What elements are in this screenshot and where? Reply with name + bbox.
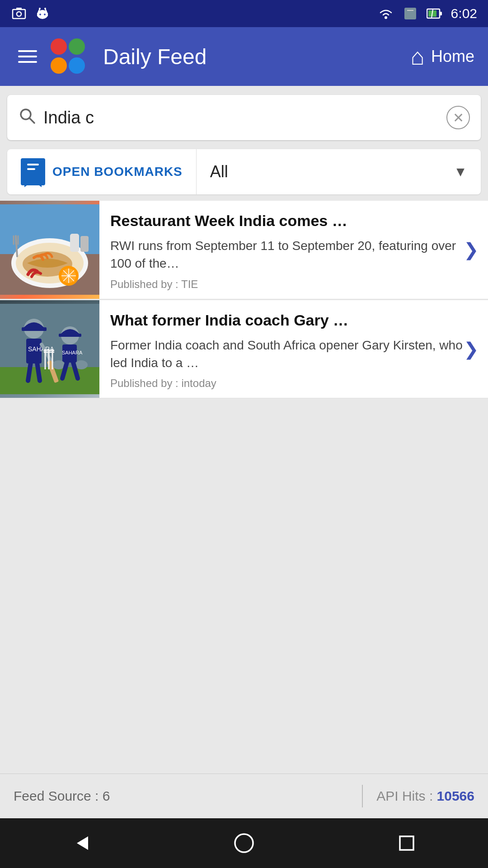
search-icon [18,107,36,129]
api-hits-value: 10566 [437,788,474,803]
svg-text:SAHARA: SAHARA [62,350,83,355]
svg-rect-2 [16,8,22,10]
recents-button[interactable] [391,827,422,859]
svg-line-20 [29,118,34,123]
news-title: What former India coach Gary … [110,310,477,330]
filter-label: All [210,162,228,181]
svg-rect-43 [22,327,47,331]
bookmark-icon [21,158,45,185]
svg-point-11 [44,8,46,9]
logo-dot-green [69,38,85,55]
status-bar: 6:02 [0,0,488,27]
content-spacer [0,398,488,774]
svg-rect-5 [47,13,48,16]
navigation-bar [0,818,488,868]
hamburger-line-3 [18,61,37,63]
api-hits-label: API Hits : 10566 [376,788,474,804]
news-arrow-icon: ❯ [464,339,479,359]
news-card[interactable]: SAHARA SAHARA [0,300,488,399]
search-bar: ✕ [7,95,481,140]
svg-point-7 [44,14,46,15]
wifi-icon [378,5,394,22]
svg-rect-0 [13,9,25,19]
svg-point-10 [39,8,41,9]
home-button[interactable]: ⌂ Home [411,43,474,70]
svg-rect-22 [27,168,35,170]
news-snippet: RWI runs from September 11 to September … [110,237,477,272]
app-title: Daily Feed [103,44,411,69]
open-bookmarks-button[interactable]: OPEN BOOKMARKS [7,149,197,194]
news-thumbnail-cricket: SAHARA SAHARA [0,300,99,398]
logo-dot-blue [69,57,85,74]
back-button[interactable] [66,827,97,859]
news-content: Restaurant Week India comes … RWI runs f… [99,201,488,299]
filter-dropdown[interactable]: All ▼ [197,149,481,194]
home-icon: ⌂ [411,43,425,70]
home-label: Home [431,47,474,66]
news-title: Restaurant Week India comes … [110,211,477,231]
feed-source-label: Feed Source : 6 [14,788,348,804]
svg-rect-65 [400,836,413,850]
logo-dot-red [51,38,67,55]
news-content: What former India coach Gary … Former In… [99,300,488,398]
status-time: 6:02 [451,6,477,21]
news-snippet: Former India coach and South Africa open… [110,336,477,372]
svg-rect-51 [59,334,81,337]
bookmark-label: OPEN BOOKMARKS [52,165,183,179]
svg-rect-16 [440,12,442,15]
svg-point-6 [39,14,41,15]
svg-rect-21 [27,164,39,165]
sim-icon [402,5,418,22]
clear-search-button[interactable]: ✕ [446,106,470,129]
hamburger-button[interactable] [14,46,42,67]
news-list: Restaurant Week India comes … RWI runs f… [0,201,488,398]
filter-bar: OPEN BOOKMARKS All ▼ [7,149,481,194]
hamburger-line-1 [18,50,37,52]
search-input[interactable] [43,108,446,127]
svg-rect-4 [37,13,38,16]
footer: Feed Source : 6 API Hits : 10566 [0,774,488,818]
footer-divider [362,785,363,807]
svg-line-48 [28,363,31,381]
news-arrow-icon: ❯ [464,239,479,260]
screenshot-icon [11,5,27,22]
svg-line-49 [37,363,40,381]
android-icon [34,5,51,22]
battery-icon [427,5,443,22]
news-publisher: Published by : TIE [110,278,477,291]
svg-point-64 [235,834,253,852]
svg-rect-35 [80,236,89,252]
chevron-down-icon: ▼ [454,164,467,179]
svg-rect-34 [70,234,79,252]
svg-marker-63 [77,836,88,850]
home-nav-button[interactable] [228,827,260,859]
news-thumbnail-food [0,201,99,299]
news-publisher: Published by : intoday [110,377,477,390]
logo-dot-yellow [51,57,67,74]
svg-rect-13 [404,8,416,19]
app-bar: Daily Feed ⌂ Home [0,27,488,86]
hamburger-line-2 [18,56,37,57]
svg-rect-41 [0,367,99,394]
svg-point-1 [17,12,21,16]
news-card[interactable]: Restaurant Week India comes … RWI runs f… [0,201,488,299]
app-logo [51,38,87,75]
svg-point-12 [385,16,387,19]
